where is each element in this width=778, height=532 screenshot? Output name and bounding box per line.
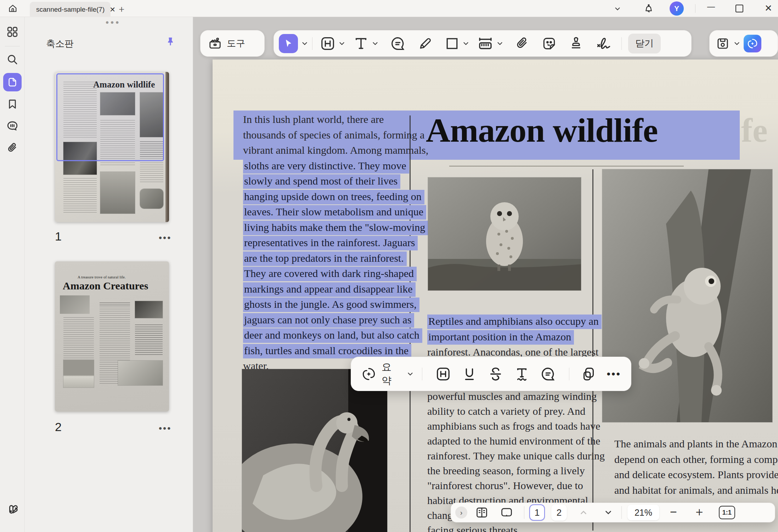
highlight-dropdown[interactable]	[338, 40, 346, 47]
doc-line: thousands of species of animals, forming…	[243, 129, 424, 141]
document-tab[interactable]: scanned-sample-file(7) ✕	[30, 2, 111, 17]
popup-strikethrough-icon[interactable]	[487, 366, 504, 382]
stamp-tool-icon[interactable]	[568, 36, 584, 51]
popup-comment-icon[interactable]	[540, 366, 556, 382]
text-tool-icon[interactable]	[353, 35, 369, 52]
doc-line: markings and appear and disappear like	[243, 282, 416, 297]
pencil-tool-icon[interactable]	[417, 36, 433, 51]
thumb2-text-col3	[135, 324, 163, 356]
thumbnails-button-active[interactable]	[3, 73, 22, 91]
avatar[interactable]: Y	[670, 1, 684, 16]
doc-line: sloths are very distinctive. They move	[243, 159, 409, 174]
expand-bar-button[interactable]: ›	[455, 506, 467, 519]
zoom-in-button[interactable]: ＋	[693, 504, 705, 520]
doc-line: "rainforest chorus". However, due to	[427, 480, 583, 491]
next-page-button[interactable]	[604, 508, 613, 517]
save-icon[interactable]	[715, 36, 730, 51]
theme-button[interactable]	[6, 503, 19, 516]
thumb2-title: Amazon Creatures	[63, 280, 148, 292]
doc-line: rainforest. Anacondas, one of the larges…	[427, 346, 598, 358]
page-button-2[interactable]: 2	[551, 504, 567, 521]
thumb1-owl2-photo	[140, 189, 163, 209]
minimize-button[interactable]: —	[707, 3, 715, 11]
window-titlebar: scanned-sample-file(7) ✕ ＋ Y — ✕	[0, 0, 778, 17]
bottom-nav-bar: › 1 2 21% − ＋ 1:1	[451, 503, 775, 522]
ai-summarize-icon[interactable]	[361, 366, 377, 382]
doc-line: adapted to the humid environment of the	[427, 435, 600, 447]
flamingo-photo	[242, 369, 387, 532]
doc-line: facing serious threats.	[427, 524, 520, 532]
zoom-out-button[interactable]: −	[670, 505, 677, 519]
bookmark-icon	[6, 98, 19, 111]
main-toolbar: 닫기	[274, 30, 692, 57]
presentation-mode-icon[interactable]	[500, 506, 513, 519]
panel-drag-handle[interactable]: •••	[106, 17, 120, 28]
tools-button[interactable]: 도구	[200, 30, 265, 57]
zoom-level-box[interactable]: 21%	[627, 505, 659, 520]
ai-assistant-button[interactable]	[744, 35, 761, 52]
popup-squiggly-icon[interactable]	[514, 366, 530, 382]
thumb2-menu-button[interactable]: •••	[159, 423, 171, 434]
page-layout-icon[interactable]	[475, 506, 489, 519]
titlebar-collapse-button[interactable]	[614, 5, 621, 13]
sticker-tool-icon[interactable]	[541, 36, 557, 51]
popup-more-button[interactable]: •••	[607, 368, 621, 380]
select-tool-active[interactable]	[279, 34, 298, 53]
thumb2-parrot-photo	[60, 295, 90, 314]
toolbar-separator	[312, 37, 312, 50]
summarize-dropdown[interactable]	[406, 370, 414, 378]
thumbnail-page-1[interactable]: Amazon wildlife	[55, 72, 169, 222]
doc-line: and delicate ecosystem. Plants provide f…	[614, 469, 778, 480]
text-tool-dropdown[interactable]	[371, 40, 379, 47]
notifications-button[interactable]	[643, 3, 654, 14]
home-button[interactable]	[8, 4, 18, 13]
document-page[interactable]: Amazon wildlife fe In this lush plant wo…	[213, 60, 778, 532]
chevron-down-icon	[614, 5, 621, 13]
signature-tool-icon[interactable]	[595, 35, 613, 52]
thumbnail-page-2[interactable]: A treasure trove of natural life. Amazon…	[55, 261, 169, 412]
comments-button[interactable]	[6, 120, 19, 132]
plus-icon: ＋	[117, 4, 126, 14]
apps-grid-button[interactable]	[6, 26, 19, 38]
bookmarks-button[interactable]	[6, 98, 19, 111]
right-text-column: The animals and plants in the Amazon dep…	[614, 438, 778, 499]
popup-highlight-icon[interactable]	[435, 366, 451, 382]
page-1-label: 1	[535, 507, 540, 518]
summarize-label[interactable]: 요약	[382, 361, 401, 387]
measure-tool-icon[interactable]	[477, 35, 494, 52]
prev-page-button[interactable]	[579, 508, 588, 517]
search-icon	[6, 53, 19, 66]
pin-panel-button[interactable]	[165, 35, 176, 48]
popup-copy-icon[interactable]	[581, 366, 597, 382]
thumb2-page-number: 2	[55, 420, 62, 434]
thumb1-giraffe-photo	[100, 172, 135, 214]
close-window-button[interactable]: ✕	[765, 4, 772, 13]
doc-line: The animals and plants in the Amazon	[614, 438, 777, 449]
thumb1-viewport-rect[interactable]	[56, 73, 164, 161]
attach-tool-icon[interactable]	[514, 36, 530, 51]
middle-text-upper: Reptiles and amphibians also occupy an i…	[427, 315, 602, 362]
panel-title: 축소판	[46, 38, 74, 50]
search-button[interactable]	[6, 53, 19, 66]
actual-size-button[interactable]: 1:1	[719, 506, 735, 519]
doc-line: In this lush plant world, there are	[243, 113, 384, 125]
maximize-button[interactable]	[735, 5, 743, 12]
comment-tool-icon[interactable]	[390, 35, 406, 52]
new-tab-button[interactable]: ＋	[117, 4, 126, 13]
doc-line: ability to catch a variety of prey. And	[427, 405, 585, 417]
popup-separator	[569, 368, 569, 380]
thumb1-menu-button[interactable]: •••	[159, 232, 171, 243]
popup-underline-icon[interactable]	[461, 366, 478, 382]
shape-dropdown[interactable]	[462, 40, 470, 47]
tab-close-icon[interactable]: ✕	[109, 6, 115, 13]
attachments-button[interactable]	[6, 142, 19, 154]
save-dropdown[interactable]	[733, 40, 741, 47]
doc-line: amphibians such as frogs and toads have	[427, 420, 600, 432]
shape-tool-icon[interactable]	[444, 36, 460, 51]
measure-dropdown[interactable]	[496, 40, 504, 47]
page-button-1[interactable]: 1	[529, 504, 545, 521]
close-tools-button[interactable]: 닫기	[628, 34, 661, 53]
highlight-tool-icon[interactable]	[320, 35, 336, 52]
select-tool-dropdown[interactable]	[301, 40, 309, 47]
pin-icon	[165, 35, 176, 48]
